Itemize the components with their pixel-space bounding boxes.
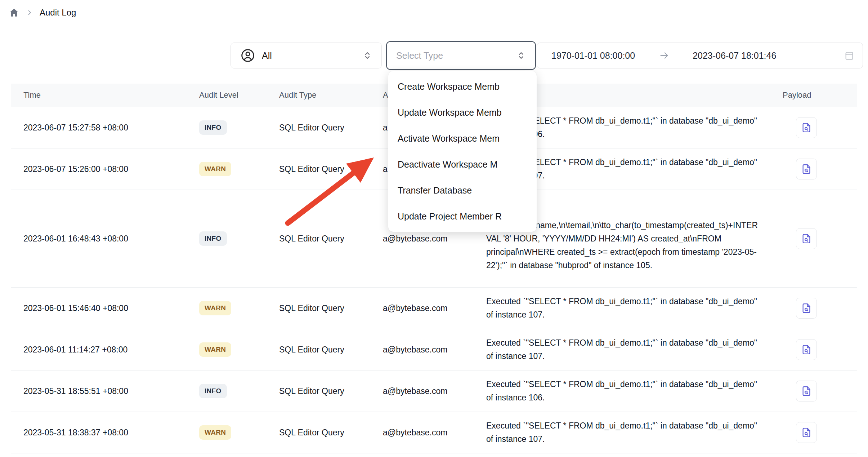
- file-search-icon: [801, 386, 812, 396]
- breadcrumb: Audit Log: [9, 7, 76, 18]
- cell-time: 2023-05-31 18:55:51 +08:00: [11, 386, 187, 396]
- menu-item-activate-workspace-member[interactable]: Activate Workspace Mem: [388, 125, 537, 151]
- column-header-payload: Payload: [773, 90, 857, 100]
- audit-level-badge: INFO: [199, 384, 227, 398]
- cell-time: 2023-06-01 16:48:43 +08:00: [11, 234, 187, 244]
- cell-time: 2023-06-07 15:27:58 +08:00: [11, 123, 187, 133]
- file-search-icon: [801, 233, 812, 244]
- cell-actor: a@bytebase.com: [371, 428, 474, 438]
- menu-item-transfer-database[interactable]: Transfer Database: [388, 177, 537, 203]
- cell-audit-type: SQL Editor Query: [267, 386, 371, 396]
- cell-comment: Executed `"SELECT * FROM db_ui_demo.t1;"…: [474, 412, 773, 453]
- actor-filter-select[interactable]: All: [231, 43, 382, 68]
- audit-level-badge: INFO: [199, 120, 227, 135]
- payload-view-button[interactable]: [796, 159, 817, 179]
- cell-actor: a@bytebase.com: [371, 386, 474, 396]
- menu-item-update-workspace-member[interactable]: Update Workspace Memb: [388, 99, 537, 125]
- audit-level-badge: WARN: [199, 342, 231, 357]
- column-header-audit-type: Audit Type: [267, 90, 371, 100]
- breadcrumb-chevron-icon: [26, 9, 33, 16]
- menu-item-create-workspace-member[interactable]: Create Workspace Memb: [388, 74, 537, 99]
- audit-level-badge: INFO: [199, 231, 227, 246]
- cell-comment: Executed `"SELECT * FROM db_ui_demo.t1;"…: [474, 288, 773, 329]
- menu-item-update-project-member-role[interactable]: Update Project Member R: [388, 203, 537, 229]
- audit-level-badge: WARN: [199, 162, 231, 176]
- file-search-icon: [801, 303, 812, 314]
- type-filter-placeholder: Select Type: [396, 50, 443, 61]
- file-search-icon: [801, 427, 812, 438]
- file-search-icon: [801, 122, 812, 133]
- person-circle-icon: [240, 48, 255, 63]
- menu-item-deactivate-workspace-member[interactable]: Deactivate Workspace M: [388, 151, 537, 177]
- audit-level-badge: WARN: [199, 301, 231, 315]
- cell-audit-type: SQL Editor Query: [267, 303, 371, 313]
- payload-view-button[interactable]: [796, 381, 817, 401]
- select-arrows-icon: [363, 51, 372, 60]
- cell-audit-type: SQL Editor Query: [267, 123, 371, 133]
- cell-time: 2023-05-31 18:38:37 +08:00: [11, 428, 187, 438]
- cell-audit-type: SQL Editor Query: [267, 345, 371, 355]
- cell-comment: Executed `"SELECT * FROM db_ui_demo.t1;"…: [474, 329, 773, 370]
- cell-audit-type: SQL Editor Query: [267, 428, 371, 438]
- table-row-partial: [11, 453, 857, 457]
- payload-view-button[interactable]: [796, 339, 817, 360]
- table-row: 2023-06-01 11:14:27 +08:00 WARN SQL Edit…: [11, 329, 857, 371]
- column-header-audit-level: Audit Level: [187, 90, 267, 100]
- actor-filter-value: All: [262, 50, 272, 61]
- cell-audit-type: SQL Editor Query: [267, 164, 371, 174]
- payload-view-button[interactable]: [796, 117, 817, 138]
- table-row: 2023-05-31 18:55:51 +08:00 INFO SQL Edit…: [11, 371, 857, 412]
- type-filter-select[interactable]: Select Type: [386, 41, 536, 70]
- cell-actor: a@bytebase.com: [371, 303, 474, 313]
- date-range-start: 1970-01-01 08:00:00: [551, 50, 635, 61]
- cell-time: 2023-06-01 15:46:40 +08:00: [11, 303, 187, 313]
- right-arrow-icon: [659, 50, 670, 61]
- table-row: 2023-06-01 15:46:40 +08:00 WARN SQL Edit…: [11, 288, 857, 329]
- column-header-time: Time: [11, 90, 187, 100]
- cell-actor: a@bytebase.com: [371, 234, 474, 244]
- page-title: Audit Log: [40, 8, 76, 18]
- select-arrows-icon: [516, 51, 526, 60]
- date-range-picker[interactable]: 1970-01-01 08:00:00 2023-06-07 18:01:46: [537, 43, 863, 68]
- file-search-icon: [801, 164, 812, 174]
- payload-view-button[interactable]: [796, 298, 817, 319]
- payload-view-button[interactable]: [796, 422, 817, 443]
- cell-time: 2023-06-07 15:26:00 +08:00: [11, 164, 187, 174]
- cell-time: 2023-06-01 11:14:27 +08:00: [11, 345, 187, 355]
- file-search-icon: [801, 344, 812, 355]
- audit-log-page: Audit Log All Select Type 1970-01-01 08:…: [0, 0, 868, 457]
- cell-actor: a@bytebase.com: [371, 345, 474, 355]
- payload-view-button[interactable]: [796, 228, 817, 249]
- date-range-end: 2023-06-07 18:01:46: [693, 50, 776, 61]
- audit-level-badge: WARN: [199, 425, 231, 440]
- cell-comment: Executed `"SELECT * FROM db_ui_demo.t1;"…: [474, 371, 773, 412]
- home-icon[interactable]: [9, 7, 19, 18]
- table-row: 2023-05-31 18:38:37 +08:00 WARN SQL Edit…: [11, 412, 857, 453]
- cell-audit-type: SQL Editor Query: [267, 234, 371, 244]
- calendar-icon: [844, 50, 855, 61]
- type-dropdown-menu: Create Workspace Memb Update Workspace M…: [388, 71, 537, 232]
